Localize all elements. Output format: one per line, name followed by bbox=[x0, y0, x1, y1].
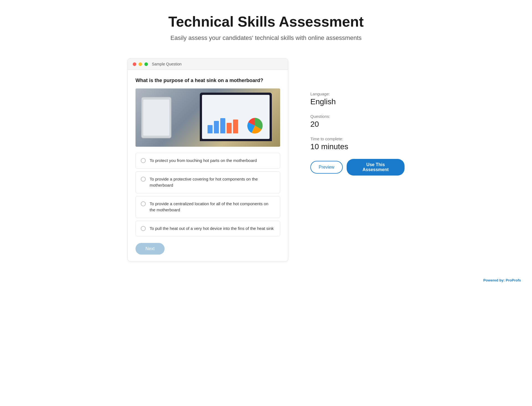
option-4[interactable]: To pull the heat out of a very hot devic… bbox=[135, 221, 280, 237]
time-value: 10 minutes bbox=[310, 142, 405, 151]
time-field: Time to complete: 10 minutes bbox=[310, 136, 405, 151]
quiz-body: What is the purpose of a heat sink on a … bbox=[128, 70, 288, 261]
powered-by-footer: Powered by: ProProfs bbox=[0, 273, 532, 288]
next-button[interactable]: Next bbox=[135, 243, 165, 255]
questions-label: Questions: bbox=[310, 114, 405, 119]
option-3[interactable]: To provide a centralized location for al… bbox=[135, 196, 280, 218]
quiz-panel-header: Sample Question bbox=[128, 59, 288, 70]
dot-red bbox=[133, 62, 136, 66]
powered-label: Powered by: bbox=[483, 278, 505, 282]
option-4-text: To pull the heat out of a very hot devic… bbox=[150, 225, 274, 232]
laptop-screen bbox=[202, 95, 270, 139]
tablet-screen bbox=[143, 100, 169, 136]
questions-field: Questions: 20 bbox=[310, 114, 405, 129]
brand-pro: Pro bbox=[506, 278, 512, 282]
main-content: Sample Question What is the purpose of a… bbox=[72, 47, 460, 273]
option-1-text: To protect you from touching hot parts o… bbox=[150, 158, 257, 164]
brand-profs: Profs bbox=[512, 278, 521, 282]
options-list: To protect you from touching hot parts o… bbox=[135, 153, 280, 236]
language-label: Language: bbox=[310, 92, 405, 96]
language-value: English bbox=[310, 97, 405, 106]
tablet-shape bbox=[141, 97, 172, 138]
preview-button[interactable]: Preview bbox=[310, 161, 343, 174]
option-3-radio[interactable] bbox=[141, 201, 146, 206]
time-label: Time to complete: bbox=[310, 136, 405, 141]
option-1-radio[interactable] bbox=[141, 158, 146, 163]
option-4-radio[interactable] bbox=[141, 226, 146, 231]
action-buttons: Preview Use This Assessment bbox=[310, 159, 405, 176]
dot-green bbox=[144, 62, 148, 66]
quiz-panel: Sample Question What is the purpose of a… bbox=[127, 58, 288, 262]
page-header: Technical Skills Assessment Easily asses… bbox=[0, 0, 532, 47]
sample-label: Sample Question bbox=[152, 62, 181, 66]
option-1[interactable]: To protect you from touching hot parts o… bbox=[135, 153, 280, 169]
language-field: Language: English bbox=[310, 92, 405, 106]
bar-chart bbox=[208, 118, 238, 133]
use-assessment-button[interactable]: Use This Assessment bbox=[347, 159, 405, 176]
questions-value: 20 bbox=[310, 120, 405, 129]
page-subtitle: Easily assess your candidates' technical… bbox=[11, 34, 521, 42]
option-2-text: To provide a protective covering for hot… bbox=[150, 176, 275, 189]
question-image bbox=[135, 88, 280, 147]
option-2-radio[interactable] bbox=[141, 177, 146, 182]
option-3-text: To provide a centralized location for al… bbox=[150, 201, 275, 213]
pie-chart bbox=[246, 117, 264, 135]
laptop-shape bbox=[200, 93, 272, 141]
question-text: What is the purpose of a heat sink on a … bbox=[135, 78, 280, 83]
info-panel: Language: English Questions: 20 Time to … bbox=[310, 58, 405, 262]
option-2[interactable]: To provide a protective covering for hot… bbox=[135, 171, 280, 193]
page-title: Technical Skills Assessment bbox=[11, 13, 521, 30]
dot-yellow bbox=[139, 62, 142, 66]
